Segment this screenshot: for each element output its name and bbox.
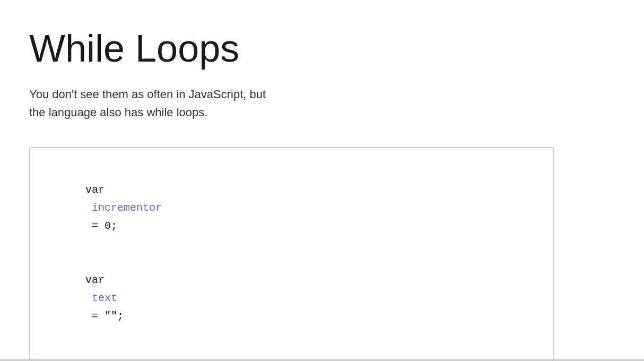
code-line-1: var incrementor = 0;	[47, 163, 536, 253]
page-title: While Loops	[29, 27, 615, 71]
var-incrementor: incrementor	[85, 202, 162, 214]
keyword-var: var	[85, 184, 105, 196]
description: You don't see them as often in JavaScrip…	[29, 85, 615, 122]
code-line-blank1	[47, 343, 536, 361]
code-line-2: var text = "";	[47, 253, 536, 343]
code-block: var incrementor = 0; var text = ""; whil…	[29, 147, 554, 361]
page-container: While Loops You don't see them as often …	[0, 0, 644, 361]
description-line2: the language also has while loops.	[29, 106, 207, 119]
var-text: text	[85, 292, 117, 304]
keyword-var2: var	[85, 274, 105, 286]
description-line1: You don't see them as often in JavaScrip…	[29, 88, 266, 101]
